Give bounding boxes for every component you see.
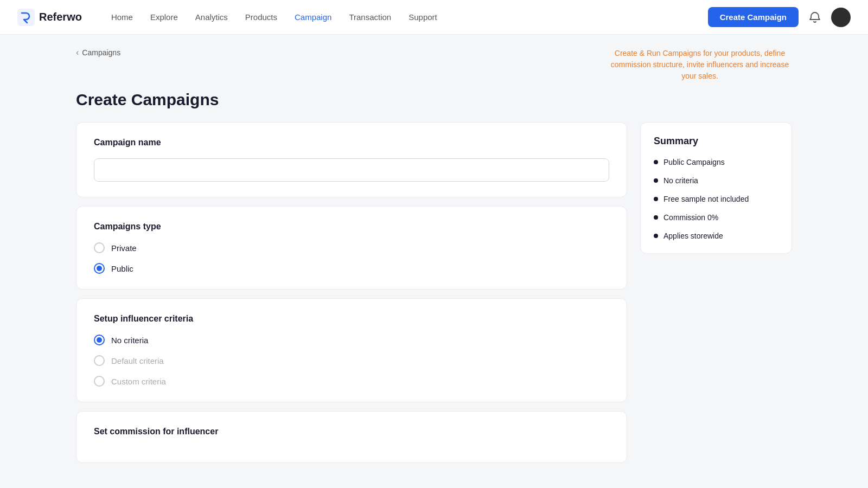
campaign-type-label: Campaigns type — [94, 222, 609, 232]
summary-item-free-sample: Free sample not included — [654, 195, 778, 203]
logo-icon — [17, 9, 35, 26]
top-bar: ‹ Campaigns Create & Run Campaigns for y… — [76, 48, 792, 82]
breadcrumb-label: Campaigns — [82, 48, 120, 57]
commission-card: Set commission for influencer — [76, 411, 627, 463]
radio-circle-no-criteria — [94, 335, 105, 345]
radio-label-no-criteria: No criteria — [111, 336, 148, 345]
form-area: Campaign name Campaigns type Private Pub… — [76, 122, 627, 463]
create-campaign-button[interactable]: Create Campaign — [708, 7, 799, 27]
radio-circle-default-criteria — [94, 355, 105, 366]
campaign-name-card: Campaign name — [76, 122, 627, 197]
notification-bell-icon[interactable] — [807, 10, 822, 25]
user-avatar[interactable] — [831, 8, 851, 27]
content-layout: Campaign name Campaigns type Private Pub… — [76, 122, 792, 463]
radio-label-default-criteria: Default criteria — [111, 356, 164, 365]
nav-link-explore[interactable]: Explore — [143, 8, 186, 26]
radio-circle-private — [94, 242, 105, 253]
campaign-name-input[interactable] — [94, 158, 609, 182]
radio-option-default-criteria[interactable]: Default criteria — [94, 355, 609, 366]
header: Referwo HomeExploreAnalyticsProductsCamp… — [0, 0, 868, 35]
page-title: Create Campaigns — [76, 91, 792, 109]
nav-link-analytics[interactable]: Analytics — [188, 8, 235, 26]
tooltip-banner: Create & Run Campaigns for your products… — [608, 48, 792, 82]
radio-label-custom-criteria: Custom criteria — [111, 377, 166, 386]
radio-label-public: Public — [111, 264, 133, 273]
commission-label: Set commission for influencer — [94, 427, 609, 436]
radio-dot-public — [97, 266, 102, 271]
campaign-type-radio-group: Private Public — [94, 242, 609, 274]
summary-title: Summary — [654, 136, 778, 147]
influencer-criteria-radio-group: No criteria Default criteria Custom crit… — [94, 335, 609, 387]
radio-dot-no-criteria — [97, 337, 102, 343]
nav-link-products[interactable]: Products — [238, 8, 285, 26]
main-content: ‹ Campaigns Create & Run Campaigns for y… — [54, 35, 814, 485]
logo-text: Referwo — [39, 11, 82, 23]
radio-option-private[interactable]: Private — [94, 242, 609, 253]
influencer-criteria-label: Setup influencer criteria — [94, 314, 609, 324]
svg-rect-0 — [17, 9, 35, 26]
influencer-criteria-card: Setup influencer criteria No criteria De… — [76, 298, 627, 402]
summary-card: Summary Public Campaigns No criteria Fre… — [640, 122, 792, 254]
nav-link-support[interactable]: Support — [401, 8, 445, 26]
campaign-type-card: Campaigns type Private Public — [76, 206, 627, 290]
summary-item-no-criteria: No criteria — [654, 176, 778, 185]
header-actions: Create Campaign — [708, 7, 851, 27]
radio-label-private: Private — [111, 243, 137, 253]
nav-link-campaign[interactable]: Campaign — [287, 8, 339, 26]
nav-link-transaction[interactable]: Transaction — [341, 8, 399, 26]
summary-item-commission: Commission 0% — [654, 213, 778, 222]
summary-list: Public Campaigns No criteria Free sample… — [654, 158, 778, 240]
radio-option-public[interactable]: Public — [94, 263, 609, 274]
logo[interactable]: Referwo — [17, 9, 82, 26]
breadcrumb[interactable]: ‹ Campaigns — [76, 48, 120, 57]
nav-link-home[interactable]: Home — [104, 8, 141, 26]
campaign-name-label: Campaign name — [94, 138, 609, 147]
radio-option-custom-criteria[interactable]: Custom criteria — [94, 376, 609, 387]
sidebar-summary: Summary Public Campaigns No criteria Fre… — [640, 122, 792, 254]
radio-option-no-criteria[interactable]: No criteria — [94, 335, 609, 345]
main-nav: HomeExploreAnalyticsProductsCampaignTran… — [104, 8, 708, 26]
radio-circle-public — [94, 263, 105, 274]
summary-item-applies-storewide: Applies storewide — [654, 232, 778, 240]
back-arrow-icon: ‹ — [76, 48, 79, 57]
summary-item-public-campaigns: Public Campaigns — [654, 158, 778, 166]
radio-circle-custom-criteria — [94, 376, 105, 387]
